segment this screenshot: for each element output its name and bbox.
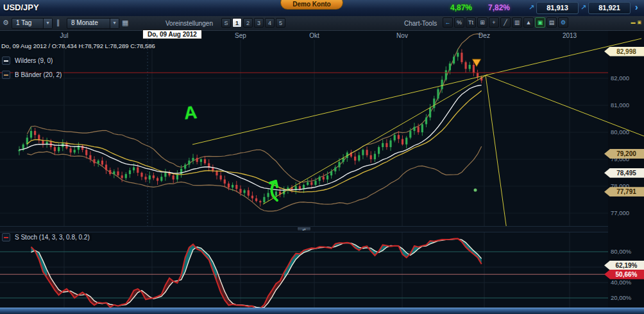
chevron-down-icon: ▾ (110, 19, 119, 28)
stoch-value-badge: 50,66% (604, 270, 644, 279)
preset-button-4[interactable]: 4 (265, 18, 275, 28)
stoch-axis-label: 20,00% (611, 294, 631, 301)
month-label: Sep (235, 32, 246, 39)
legend-stochastic[interactable]: S Stoch (14, 3, 3, 0.8, 0.2) (2, 233, 92, 241)
bband-line-icon (2, 71, 10, 79)
header-bar: USD/JPY Demo Konto 4,87% 7,82% ↗ 81,913 … (0, 0, 644, 17)
price-chart[interactable] (0, 30, 644, 226)
bid-price-button[interactable]: 81,913 (536, 2, 579, 14)
wilders-line-icon (2, 57, 10, 65)
gear-icon[interactable]: ⚙ (3, 19, 9, 27)
trendline-tool-icon[interactable]: ╱ (500, 17, 511, 28)
percent-scale-icon[interactable]: % (454, 17, 464, 28)
chart-toolbar: ⚙ 1 Tag ▾ ∥ 8 Monate ▾ ▦ Voreinstellunge… (0, 16, 644, 31)
interval-icon[interactable]: ∥ (56, 19, 60, 27)
symbol-title: USD/JPY (3, 3, 39, 12)
hand-drawn-annotation-a: A (183, 102, 198, 124)
change-percent-green: 4,87% (450, 3, 472, 12)
ohlc-readout: Do, 09 Aug 2012 / O:78,434 H:78,792 L:78… (1, 42, 155, 49)
preset-buttons: S12345 (221, 18, 285, 28)
expand-quotes-icon[interactable]: › (635, 2, 638, 12)
price-axis-label: 80,000 (611, 128, 629, 135)
preset-button-S[interactable]: S (221, 18, 231, 28)
ask-price-button[interactable]: 81,921 (588, 2, 631, 14)
panel-divider: ▴▾ (0, 226, 608, 232)
legend-wilders[interactable]: Wilders (9, 0) (2, 57, 55, 65)
stoch-axis-label: 40,00% (611, 279, 631, 286)
bar-chart-icon[interactable]: ▥ (512, 17, 522, 28)
preset-button-3[interactable]: 3 (254, 18, 264, 28)
calendar-icon[interactable]: ▦ (122, 19, 128, 27)
status-bar (0, 308, 644, 314)
presets-label: Voreinstellungen (165, 20, 213, 27)
stoch-line-icon (2, 233, 10, 241)
stoch-axis-label: 80,00% (611, 248, 631, 255)
preset-button-2[interactable]: 2 (243, 18, 253, 28)
grid-toggle-icon[interactable]: ⊞ (477, 17, 487, 28)
price-badge: 79,200 (604, 149, 644, 159)
back-arrow-icon[interactable]: ← (443, 17, 453, 28)
timeframe-select[interactable]: 1 Tag ▾ (12, 18, 53, 29)
stochastic-chart[interactable] (0, 231, 608, 308)
preset-button-5[interactable]: 5 (276, 18, 285, 28)
range-value: 8 Monate (67, 19, 102, 28)
legend-bollinger[interactable]: B Bänder (20, 2) (2, 71, 64, 79)
month-label: Nov (396, 32, 408, 39)
price-axis-label: 77,000 (611, 209, 629, 216)
chart-tools-label: Chart-Tools (404, 20, 437, 27)
preset-button-1[interactable]: 1 (232, 18, 242, 28)
panel-resize-handle[interactable]: ▴▾ (297, 227, 311, 231)
panel-window-buttons: ▬▣ (631, 20, 641, 25)
text-tool-icon[interactable]: Tt (466, 17, 476, 28)
range-select[interactable]: 8 Monate ▾ (67, 18, 119, 29)
collapse-toolbar-icon[interactable]: ▬ (631, 20, 635, 25)
line-chart-icon[interactable]: ▣ (535, 17, 545, 28)
trading-platform: USD/JPY Demo Konto 4,87% 7,82% ↗ 81,913 … (0, 0, 644, 314)
price-badge: 77,791 (604, 187, 644, 196)
month-label: Okt (309, 32, 319, 39)
chevron-down-icon: ▾ (43, 19, 52, 28)
stoch-value-badge: 62,19% (604, 261, 644, 270)
chart-tool-buttons: ←%Tt⊞+╱▥▲▣▤⚙ (443, 17, 568, 28)
month-label: Dez (479, 32, 490, 39)
print-icon[interactable]: ▤ (547, 17, 557, 28)
change-percent-purple: 7,82% (488, 3, 510, 12)
price-axis-label: 81,000 (611, 101, 629, 109)
timeframe-value: 1 Tag (12, 19, 35, 28)
price-badge: 82,998 (604, 47, 644, 57)
price-axis-label: 82,000 (611, 74, 629, 82)
candle-chart-icon[interactable]: ▲ (523, 17, 534, 28)
price-badge: 78,495 (604, 168, 644, 178)
month-label: Jul (60, 32, 69, 39)
date-tooltip: Do, 09 Aug 2012 (142, 30, 202, 39)
demo-account-button[interactable]: Demo Konto (280, 0, 343, 10)
chart-settings-icon[interactable]: ⚙ (558, 17, 568, 28)
month-label: 2013 (563, 32, 577, 39)
tick-up-icon: ↗ (529, 3, 534, 12)
crosshair-icon[interactable]: + (489, 17, 499, 28)
tick-up-icon: ↗ (580, 3, 586, 12)
layout-icon[interactable]: ▣ (637, 20, 641, 25)
